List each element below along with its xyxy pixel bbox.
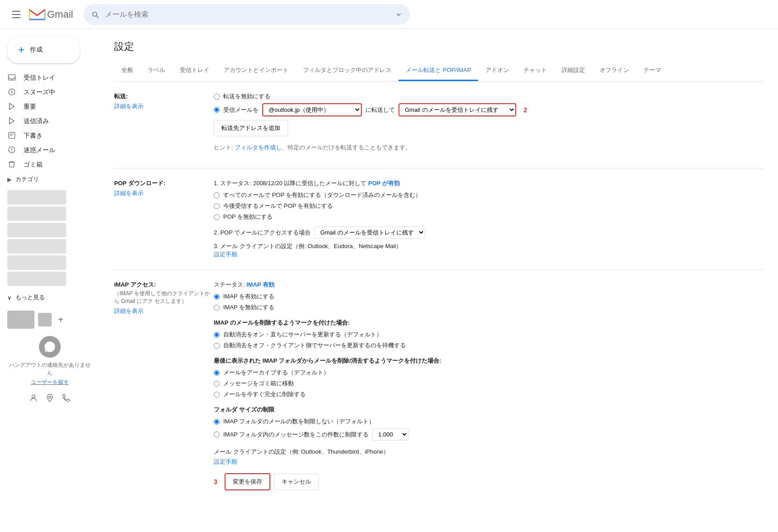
user-row: + — [7, 311, 92, 329]
imap-size2-label: IMAP フォルダ内のメッセージ数をこの件数に制限する — [223, 431, 369, 439]
add-address-button[interactable]: 転送先アドレスを追加 — [214, 120, 288, 136]
save-button[interactable]: 変更を保存 — [225, 473, 270, 490]
pop-detail-link[interactable]: 詳細を表示 — [114, 189, 214, 197]
gmail-m-icon — [29, 9, 45, 20]
forwarding-hint-suffix: 、特定のメールだけを転送することもできます。 — [282, 144, 411, 151]
sidebar: + 作成 受信トレイ スヌーズ中 重要 送信済み — [0, 29, 100, 532]
imap-enable-radio[interactable] — [214, 294, 220, 300]
imap-mark2-radio[interactable] — [214, 343, 220, 349]
imap-mark2-label: 自動消去をオフ・クライアント側でサーバーを更新するのを待機する — [223, 341, 406, 350]
pop-content: 1. ステータス: 2008/12/20 以降に受信したメールに対して POP … — [214, 179, 764, 259]
pop-all-radio[interactable] — [214, 192, 220, 198]
hangout-no-contacts-text: ハングアウトの連絡先がありません — [7, 361, 92, 377]
sidebar-item-important[interactable]: 重要 — [0, 100, 92, 114]
pop-step1-enabled: POP が有効 — [368, 180, 400, 187]
imap-size2-radio[interactable] — [214, 431, 220, 437]
sidebar-gray-box-5 — [7, 255, 66, 270]
sidebar-item-spam[interactable]: 迷惑メール — [0, 143, 92, 158]
forwarding-enable-row: 受信メールを @outlook.jp（使用中） に転送して Gmail のメール… — [214, 103, 764, 116]
sidebar-more-button[interactable]: ∨ もっと見る — [0, 292, 100, 303]
pop-step1: 1. ステータス: 2008/12/20 以降に受信したメールに対して POP … — [214, 179, 764, 187]
imap-size1-label: IMAP フォルダのメールの数を制限しない（デフォルト） — [223, 417, 375, 426]
tab-filters[interactable]: フィルタとブロック中のアドレス — [296, 61, 399, 81]
imap-status-prefix: ステータス: — [214, 281, 246, 288]
phone-icon[interactable] — [62, 393, 71, 404]
compose-button[interactable]: + 作成 — [7, 36, 80, 63]
imap-label: IMAP アクセス: — [114, 281, 214, 289]
imap-size1-radio[interactable] — [214, 419, 220, 425]
tab-labels[interactable]: ラベル — [140, 61, 173, 81]
imap-disable-row: IMAP を無効にする — [214, 303, 764, 312]
tab-offline[interactable]: オフライン — [592, 61, 636, 81]
forwarding-action-select[interactable]: Gmail のメールを受信トレイに残す — [399, 103, 516, 116]
settings-tabs: 全般 ラベル 受信トレイ アカウントとインポート フィルタとブロック中のアドレス… — [114, 61, 764, 81]
pop-future-row: 今後受信するメールで POP を有効にする — [214, 202, 764, 210]
bottom-icons — [7, 390, 92, 407]
trash-icon — [7, 160, 16, 170]
search-icon — [91, 10, 99, 19]
tab-general[interactable]: 全般 — [114, 61, 140, 81]
bottom-buttons: 3 変更を保存 キャンセル — [214, 473, 764, 490]
sent-icon — [7, 117, 16, 126]
imap-sublabel2: セスします） — [154, 298, 187, 304]
tab-forwarding[interactable]: メール転送と POP/IMAP — [399, 61, 478, 81]
imap-size-value-select[interactable]: 1,000 — [372, 428, 408, 441]
categories-arrow-icon: ▶ — [7, 176, 12, 183]
search-input[interactable] — [105, 10, 389, 19]
svg-point-7 — [32, 395, 35, 398]
drafts-icon — [7, 131, 16, 141]
sidebar-categories-item[interactable]: ▶ カテゴリ — [0, 172, 100, 187]
forwarding-enable-radio[interactable] — [214, 107, 220, 113]
sidebar-item-snoozed[interactable]: スヌーズ中 — [0, 85, 92, 100]
forwarding-detail-link[interactable]: 詳細を表示 — [114, 102, 214, 110]
pop-disable-radio[interactable] — [214, 214, 220, 220]
sidebar-item-snoozed-label: スヌーズ中 — [24, 88, 85, 96]
tab-addons[interactable]: アドオン — [478, 61, 516, 81]
imap-label-col: IMAP アクセス: （IMAP を使用して他のクライアントから Gmail に… — [114, 281, 214, 490]
forwarding-hint-link[interactable]: フィルタを作成し — [235, 144, 282, 151]
pop-step2-select[interactable]: Gmail のメールを受信トレイに残す — [314, 226, 425, 239]
forwarding-email-select[interactable]: @outlook.jp（使用中） — [262, 103, 362, 116]
imap-size-option2-row: IMAP フォルダ内のメッセージ数をこの件数に制限する 1,000 — [214, 428, 764, 441]
tab-advanced[interactable]: 詳細設定 — [554, 61, 592, 81]
user-avatar — [7, 311, 34, 329]
sidebar-item-sent[interactable]: 送信済み — [0, 114, 92, 129]
search-dropdown-arrow-icon[interactable] — [394, 10, 403, 19]
sidebar-item-inbox[interactable]: 受信トレイ — [0, 71, 92, 85]
imap-folder2-radio[interactable] — [214, 381, 220, 387]
imap-client-link[interactable]: 設定手順 — [214, 458, 764, 466]
sidebar-item-drafts[interactable]: 下書き — [0, 129, 92, 143]
pop-step3-link[interactable]: 設定手順 — [214, 250, 764, 259]
sidebar-gray-boxes — [0, 187, 100, 292]
imap-folder3-radio[interactable] — [214, 392, 220, 398]
cancel-button[interactable]: キャンセル — [274, 474, 319, 490]
tab-accounts[interactable]: アカウントとインポート — [216, 61, 296, 81]
imap-detail-link[interactable]: 詳細を表示 — [114, 307, 214, 315]
add-account-button[interactable]: + — [55, 314, 66, 325]
hangout-section: ハングアウトの連絡先がありません ユーザーを探す — [7, 332, 92, 390]
imap-disable-radio[interactable] — [214, 305, 220, 311]
sidebar-item-trash[interactable]: ゴミ箱 — [0, 158, 92, 172]
sidebar-item-trash-label: ゴミ箱 — [24, 161, 85, 169]
location-icon[interactable] — [45, 393, 54, 404]
pop-step2-row: 2. POP でメールにアクセスする場合 Gmail のメールを受信トレイに残す — [214, 226, 764, 239]
forwarding-disable-radio[interactable] — [214, 94, 220, 100]
imap-disable-label: IMAP を無効にする — [223, 303, 274, 312]
tab-chat[interactable]: チャット — [516, 61, 554, 81]
snoozed-icon — [7, 88, 16, 97]
sidebar-item-sent-label: 送信済み — [24, 117, 85, 125]
imap-mark-option2-row: 自動消去をオフ・クライアント側でサーバーを更新するのを待機する — [214, 341, 764, 350]
badge-2: 2 — [523, 106, 527, 114]
imap-mark1-radio[interactable] — [214, 332, 220, 338]
hangout-find-user-link[interactable]: ユーザーを探す — [7, 379, 92, 386]
tab-themes[interactable]: テーマ — [636, 61, 668, 81]
imap-folder1-radio[interactable] — [214, 370, 220, 376]
pop-future-radio[interactable] — [214, 203, 220, 209]
contacts-icon[interactable] — [29, 393, 38, 404]
tab-inbox[interactable]: 受信トレイ — [173, 61, 216, 81]
forwarding-option-label: 受信メールを — [223, 106, 259, 114]
hamburger-icon — [12, 11, 20, 18]
imap-mark-option1-row: 自動消去をオン・直ちにサーバーを更新する（デフォルト） — [214, 331, 764, 339]
settings-title: 設定 — [114, 40, 764, 53]
menu-button[interactable] — [7, 5, 25, 24]
